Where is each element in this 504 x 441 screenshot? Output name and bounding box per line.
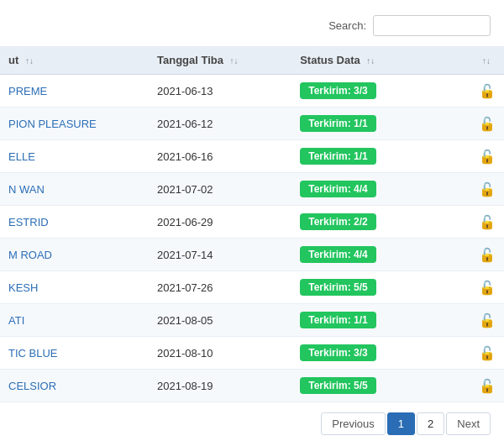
- lock-icon: 🔓: [479, 379, 496, 393]
- cell-status: Terkirim: 1/1: [291, 304, 470, 337]
- table-row: PION PLEASURE2021-06-12Terkirim: 1/1🔓: [0, 108, 504, 140]
- lock-icon: 🔓: [479, 117, 496, 131]
- lock-icon: 🔓: [479, 281, 496, 295]
- cell-name: ATI: [0, 304, 149, 337]
- page-1-button[interactable]: 1: [387, 412, 415, 435]
- data-table: ut ↑↓ Tanggal Tiba ↑↓ Status Data ↑↓ ↑↓ …: [0, 46, 504, 402]
- status-badge: Terkirim: 4/4: [300, 181, 375, 197]
- cell-status: Terkirim: 3/3: [291, 75, 470, 108]
- table-row: TIC BLUE2021-08-10Terkirim: 3/3🔓: [0, 337, 504, 370]
- lock-icon: 🔓: [479, 182, 496, 197]
- cell-status: Terkirim: 5/5: [291, 370, 470, 402]
- page-wrapper: Search: ut ↑↓ Tanggal Tiba ↑↓ Status Dat…: [0, 0, 504, 441]
- cell-date: 2021-08-05: [149, 304, 291, 337]
- status-badge: Terkirim: 3/3: [300, 82, 375, 99]
- cell-name: PION PLEASURE: [0, 108, 149, 140]
- table-row: KESH2021-07-26Terkirim: 5/5🔓: [0, 271, 504, 304]
- pagination: Previous 1 2 Next: [0, 402, 504, 441]
- cell-lock: 🔓: [470, 140, 504, 173]
- col-header-status: Status Data ↑↓: [291, 46, 470, 75]
- lock-icon: 🔓: [479, 215, 496, 229]
- table-row: M ROAD2021-07-14Terkirim: 4/4🔓: [0, 239, 504, 271]
- sort-icon-status: ↑↓: [366, 56, 375, 66]
- previous-button[interactable]: Previous: [321, 412, 386, 435]
- cell-lock: 🔓: [470, 75, 504, 108]
- cell-status: Terkirim: 2/2: [291, 206, 470, 239]
- search-input[interactable]: [373, 15, 491, 36]
- cell-name: N WAN: [0, 173, 149, 206]
- cell-date: 2021-07-26: [149, 271, 291, 304]
- table-row: ATI2021-08-05Terkirim: 1/1🔓: [0, 304, 504, 337]
- table-row: PREME2021-06-13Terkirim: 3/3🔓: [0, 75, 504, 108]
- lock-icon: 🔓: [479, 313, 496, 328]
- sort-icon-lock: ↑↓: [482, 56, 491, 66]
- col-header-lock: ↑↓: [470, 46, 504, 75]
- cell-status: Terkirim: 5/5: [291, 271, 470, 304]
- sort-icon-name: ↑↓: [25, 56, 34, 66]
- cell-status: Terkirim: 4/4: [291, 239, 470, 271]
- status-badge: Terkirim: 1/1: [300, 312, 375, 328]
- cell-lock: 🔓: [470, 206, 504, 239]
- lock-icon: 🔓: [479, 248, 496, 262]
- status-badge: Terkirim: 5/5: [300, 279, 375, 296]
- cell-date: 2021-08-19: [149, 370, 291, 402]
- cell-status: Terkirim: 1/1: [291, 140, 470, 173]
- cell-name: TIC BLUE: [0, 337, 149, 370]
- search-bar: Search:: [0, 8, 504, 46]
- cell-date: 2021-07-14: [149, 239, 291, 271]
- table-header-row: ut ↑↓ Tanggal Tiba ↑↓ Status Data ↑↓ ↑↓: [0, 46, 504, 75]
- cell-lock: 🔓: [470, 337, 504, 370]
- table-row: CELSIOR2021-08-19Terkirim: 5/5🔓: [0, 370, 504, 402]
- status-badge: Terkirim: 5/5: [300, 377, 375, 394]
- cell-date: 2021-06-16: [149, 140, 291, 173]
- cell-date: 2021-06-12: [149, 108, 291, 140]
- cell-name: CELSIOR: [0, 370, 149, 402]
- cell-lock: 🔓: [470, 108, 504, 140]
- next-button[interactable]: Next: [446, 412, 491, 435]
- lock-icon: 🔓: [479, 84, 496, 98]
- status-badge: Terkirim: 4/4: [300, 246, 375, 263]
- cell-date: 2021-06-29: [149, 206, 291, 239]
- table-row: ELLE2021-06-16Terkirim: 1/1🔓: [0, 140, 504, 173]
- status-badge: Terkirim: 2/2: [300, 213, 375, 230]
- lock-icon: 🔓: [479, 346, 496, 360]
- search-label: Search:: [328, 19, 366, 32]
- cell-status: Terkirim: 3/3: [291, 337, 470, 370]
- table-row: ESTRID2021-06-29Terkirim: 2/2🔓: [0, 206, 504, 239]
- status-badge: Terkirim: 1/1: [300, 148, 375, 165]
- cell-name: M ROAD: [0, 239, 149, 271]
- cell-lock: 🔓: [470, 370, 504, 402]
- cell-lock: 🔓: [470, 271, 504, 304]
- cell-lock: 🔓: [470, 173, 504, 206]
- cell-date: 2021-07-02: [149, 173, 291, 206]
- cell-name: KESH: [0, 271, 149, 304]
- cell-lock: 🔓: [470, 239, 504, 271]
- cell-lock: 🔓: [470, 304, 504, 337]
- cell-name: ELLE: [0, 140, 149, 173]
- page-2-button[interactable]: 2: [417, 412, 444, 435]
- cell-status: Terkirim: 1/1: [291, 108, 470, 140]
- cell-status: Terkirim: 4/4: [291, 173, 470, 206]
- cell-date: 2021-06-13: [149, 75, 291, 108]
- table-row: N WAN2021-07-02Terkirim: 4/4🔓: [0, 173, 504, 206]
- cell-name: ESTRID: [0, 206, 149, 239]
- status-badge: Terkirim: 3/3: [300, 344, 375, 361]
- col-header-name: ut ↑↓: [0, 46, 149, 75]
- status-badge: Terkirim: 1/1: [300, 115, 375, 132]
- lock-icon: 🔓: [479, 150, 496, 164]
- col-header-date: Tanggal Tiba ↑↓: [149, 46, 291, 75]
- cell-date: 2021-08-10: [149, 337, 291, 370]
- cell-name: PREME: [0, 75, 149, 108]
- sort-icon-date: ↑↓: [230, 56, 239, 66]
